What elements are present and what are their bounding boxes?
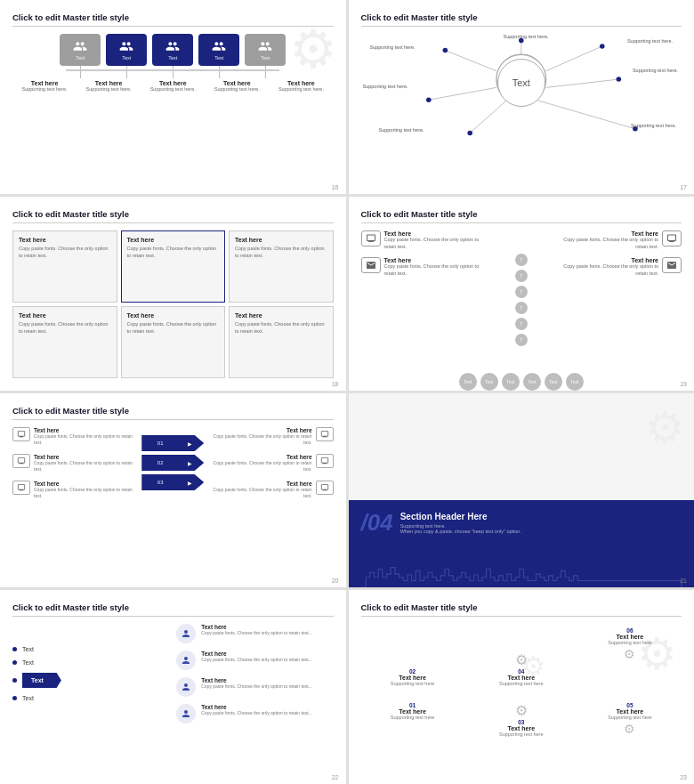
- s5-l1-title: Text here: [34, 427, 133, 433]
- bullet-text-1: Text: [22, 646, 34, 652]
- slide-6-bottom: /04 Section Header Here Supporting text …: [349, 500, 695, 587]
- s4-rb-text: Text here Copy paste fonts. Choose the o…: [553, 257, 658, 277]
- circle-4: T: [515, 302, 528, 314]
- flow-arrow-1: 01 ▶: [141, 435, 204, 451]
- bullet-dot-1: [12, 647, 17, 651]
- slide-4-number: 19: [680, 381, 687, 387]
- item-02-num: 02: [409, 668, 416, 675]
- slide-3-grid: Text here Copy paste fonts. Choose the o…: [12, 230, 334, 378]
- person-icon-1: [176, 624, 196, 643]
- text-label-5: Text here: [274, 80, 327, 86]
- slide-1-number: 16: [332, 184, 339, 190]
- s5-r2-title: Text here: [212, 454, 311, 460]
- s5-r1-sub: Copy paste fonts. Choose the only option…: [212, 433, 311, 445]
- icon-item-3: Text: [152, 34, 193, 78]
- radial-label-top: Supporting text here.: [504, 34, 549, 39]
- s5-r1-title: Text here: [212, 427, 311, 433]
- text-label-3: Text here: [146, 80, 199, 86]
- radial-label-tr: Supporting text here.: [627, 38, 673, 44]
- s4-rt-text: Text here Copy paste fonts. Choose the o…: [553, 230, 658, 250]
- text-sub-3: Supporting text here.: [146, 86, 199, 93]
- slide-5-number: 20: [332, 578, 339, 584]
- radial-label-tl: Supporting text here.: [370, 44, 416, 50]
- right-item-2: Text here Copy paste fonts. Choose the o…: [176, 651, 333, 670]
- slide-5-left: Text here Copy paste fonts. Choose the o…: [12, 427, 133, 498]
- circle-3: T: [515, 286, 528, 298]
- skyline-svg: [349, 562, 695, 587]
- connector-line-5: [265, 66, 266, 78]
- cell-2-text: Copy paste fonts. Choose the only option…: [127, 246, 220, 259]
- connector-line-4: [219, 66, 220, 78]
- text-col-1: Text here Supporting text here.: [18, 80, 71, 93]
- flow-node-03: 03: [154, 480, 164, 485]
- cell-4: Text here Copy paste fonts. Choose the o…: [12, 306, 117, 378]
- radial-label-r: Supporting text here.: [633, 68, 678, 73]
- bullet-dot-3: [12, 678, 17, 683]
- connector-line-1: [80, 66, 81, 78]
- cell-2: Text here Copy paste fonts. Choose the o…: [121, 230, 226, 303]
- watermark-gear-s6: ⚙: [645, 402, 685, 454]
- slide-1-text-row: Text here Supporting text here. Text her…: [12, 80, 334, 93]
- right-item-4-sub: Copy paste fonts. Choose the only option…: [201, 710, 312, 716]
- circle-1: T: [515, 254, 528, 266]
- item-02-title: Text here: [399, 675, 426, 681]
- bullet-dot-4: [12, 696, 17, 700]
- s5-r3-title: Text here: [212, 481, 311, 487]
- svg-line-3: [428, 87, 496, 100]
- gear-icon-04: ⚙: [515, 651, 528, 668]
- slide-2-number: 17: [680, 184, 687, 190]
- label-circle-2: Text: [480, 373, 498, 391]
- circle-5: T: [515, 318, 528, 330]
- slide-4-right: Text here Copy paste fonts. Choose the o…: [553, 230, 682, 369]
- text-label-4: Text here: [210, 80, 263, 86]
- monitor-icon-tl: [361, 230, 381, 247]
- slide-2-title: Click to edit Master title style: [361, 12, 682, 27]
- slide-7-number: 22: [332, 774, 339, 780]
- s5-r2-text: Text here Copy paste fonts. Choose the o…: [212, 454, 311, 472]
- slide-6-top: ⚙: [349, 393, 695, 500]
- person-icon-4: [176, 704, 196, 723]
- s5-l1-text: Text here Copy paste fonts. Choose the o…: [34, 427, 133, 445]
- gear-item-02: 02 Text here Supporting text here: [361, 624, 464, 693]
- s5-r3-sub: Copy paste fonts. Choose the only option…: [212, 487, 311, 498]
- cell-3-text: Copy paste fonts. Choose the only option…: [235, 246, 327, 259]
- icon-box-2: Text: [106, 34, 147, 66]
- icon-box-5: Text: [245, 34, 286, 66]
- cell-5-text: Copy paste fonts. Choose the only option…: [127, 321, 220, 335]
- slide-7: Click to edit Master title style Text Te…: [0, 590, 346, 784]
- cell-1-text: Copy paste fonts. Choose the only option…: [19, 246, 111, 259]
- s5-r3-text: Text here Copy paste fonts. Choose the o…: [212, 481, 311, 498]
- slide-3-number: 18: [332, 381, 339, 387]
- item-05-title: Text here: [617, 708, 644, 715]
- s4-lt-sub: Copy paste fonts. Choose the only option…: [384, 237, 489, 250]
- monitor-icon-tr: [662, 230, 682, 247]
- connector-line-2: [126, 66, 127, 78]
- s5-r3: Text here Copy paste fonts. Choose the o…: [212, 481, 333, 498]
- cell-3: Text here Copy paste fonts. Choose the o…: [229, 230, 334, 303]
- right-item-1-text: Text here Copy paste fonts. Choose the o…: [201, 624, 312, 636]
- label-circle-5: Text: [545, 373, 562, 391]
- gear-icon-06: ⚙: [624, 647, 635, 661]
- connector-bar: [66, 69, 279, 71]
- slide-7-left: Text Text Text Text: [12, 624, 169, 723]
- slide-5-layout: Text here Copy paste fonts. Choose the o…: [12, 427, 334, 498]
- bullet-text-4: Text: [22, 695, 34, 701]
- s5-l3: Text here Copy paste fonts. Choose the o…: [12, 481, 133, 498]
- icon-box-1: Text: [60, 34, 101, 66]
- gear-icon-03: ⚙: [515, 702, 528, 719]
- slide-6-number: 21: [680, 578, 687, 584]
- s4-left-top: Text here Copy paste fonts. Choose the o…: [361, 230, 489, 278]
- s5-l2: Text here Copy paste fonts. Choose the o…: [12, 454, 133, 472]
- cell-4-title: Text here: [19, 312, 111, 319]
- monitor-icon-r3: [316, 481, 334, 495]
- section-sub2: When you copy & paste, choose "keep text…: [400, 529, 521, 534]
- icon-box-4: Text: [198, 34, 239, 66]
- s4-lb-title: Text here: [384, 257, 489, 263]
- text-col-4: Text here Supporting text here.: [210, 80, 263, 93]
- arrow-button[interactable]: Text: [22, 673, 61, 688]
- s4-lb-text: Text here Copy paste fonts. Choose the o…: [384, 257, 489, 277]
- right-item-1-sub: Copy paste fonts. Choose the only option…: [201, 630, 312, 636]
- text-label-2: Text here: [82, 80, 135, 86]
- slide-1-icon-row: Text Text Text: [12, 34, 334, 78]
- right-item-2-text: Text here Copy paste fonts. Choose the o…: [201, 651, 312, 663]
